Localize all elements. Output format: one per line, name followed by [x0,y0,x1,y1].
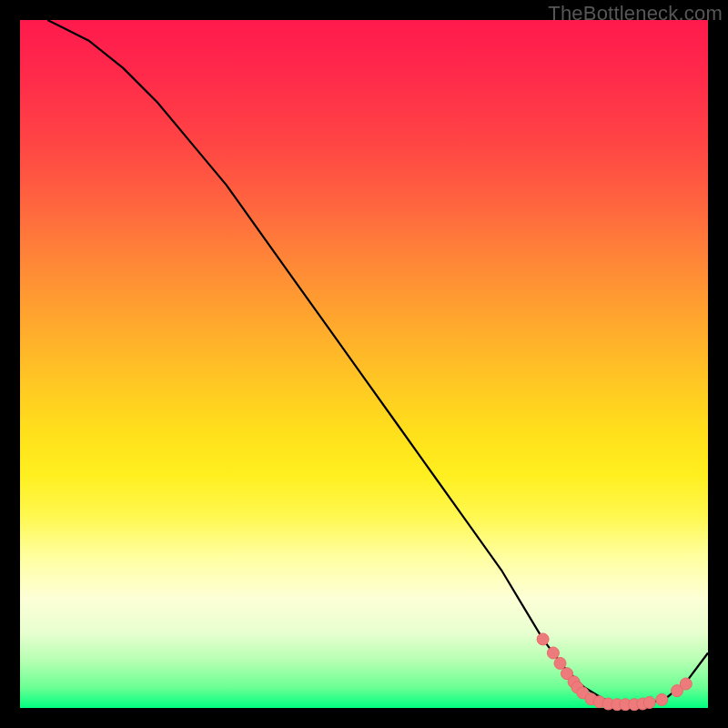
chart-marker [680,678,692,690]
chart-frame: TheBottleneck.com [0,0,728,728]
chart-marker [656,693,668,705]
plot-area [20,20,708,708]
chart-svg [20,20,708,708]
chart-marker [554,657,566,669]
watermark-text: TheBottleneck.com [548,2,723,25]
chart-marker [547,647,559,659]
chart-marker [537,633,549,645]
chart-curve [47,20,708,704]
chart-markers [537,633,692,711]
chart-marker [643,697,655,709]
